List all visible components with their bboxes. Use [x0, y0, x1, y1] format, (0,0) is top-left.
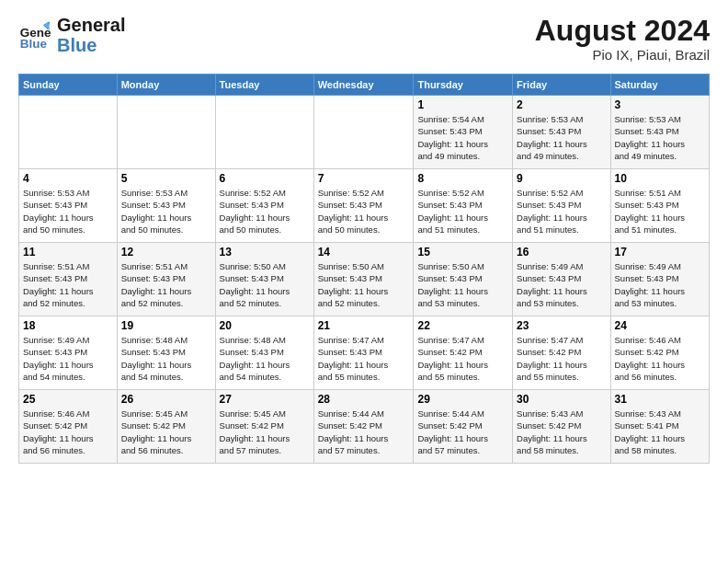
day-number: 18 — [23, 319, 113, 332]
day-info: Sunrise: 5:47 AM Sunset: 5:43 PM Dayligh… — [318, 334, 410, 383]
day-info: Sunrise: 5:52 AM Sunset: 5:43 PM Dayligh… — [318, 187, 410, 236]
calendar-cell: 24Sunrise: 5:46 AM Sunset: 5:42 PM Dayli… — [610, 316, 709, 390]
day-number: 20 — [220, 319, 310, 332]
weekday-header-saturday: Saturday — [610, 75, 709, 96]
day-info: Sunrise: 5:52 AM Sunset: 5:43 PM Dayligh… — [417, 187, 508, 236]
day-info: Sunrise: 5:50 AM Sunset: 5:43 PM Dayligh… — [318, 260, 410, 309]
location-subtitle: Pio IX, Piaui, Brazil — [535, 47, 710, 63]
weekday-header-sunday: Sunday — [19, 75, 118, 96]
calendar-cell: 4Sunrise: 5:53 AM Sunset: 5:43 PM Daylig… — [19, 169, 118, 243]
calendar-cell: 28Sunrise: 5:44 AM Sunset: 5:42 PM Dayli… — [313, 390, 414, 464]
calendar-cell: 31Sunrise: 5:43 AM Sunset: 5:41 PM Dayli… — [610, 390, 709, 464]
month-title: August 2024 — [535, 15, 710, 47]
calendar-cell: 6Sunrise: 5:52 AM Sunset: 5:43 PM Daylig… — [215, 169, 313, 243]
calendar-cell: 9Sunrise: 5:52 AM Sunset: 5:43 PM Daylig… — [513, 169, 610, 243]
day-info: Sunrise: 5:53 AM Sunset: 5:43 PM Dayligh… — [615, 113, 705, 162]
day-info: Sunrise: 5:44 AM Sunset: 5:42 PM Dayligh… — [318, 408, 410, 456]
day-number: 30 — [517, 393, 606, 406]
day-number: 1 — [417, 98, 508, 111]
day-number: 24 — [615, 319, 705, 332]
day-info: Sunrise: 5:47 AM Sunset: 5:42 PM Dayligh… — [417, 334, 508, 383]
calendar-cell — [19, 96, 118, 169]
day-number: 27 — [220, 393, 310, 406]
calendar-cell: 23Sunrise: 5:47 AM Sunset: 5:42 PM Dayli… — [513, 316, 610, 390]
calendar-cell: 22Sunrise: 5:47 AM Sunset: 5:42 PM Dayli… — [414, 316, 513, 390]
day-info: Sunrise: 5:51 AM Sunset: 5:43 PM Dayligh… — [615, 187, 705, 236]
day-info: Sunrise: 5:53 AM Sunset: 5:43 PM Dayligh… — [517, 113, 606, 162]
day-number: 13 — [220, 246, 310, 259]
day-info: Sunrise: 5:49 AM Sunset: 5:43 PM Dayligh… — [517, 260, 606, 309]
day-number: 16 — [517, 246, 606, 259]
day-number: 4 — [23, 172, 113, 185]
calendar-cell: 19Sunrise: 5:48 AM Sunset: 5:43 PM Dayli… — [117, 316, 215, 390]
day-number: 15 — [417, 246, 508, 259]
day-number: 9 — [517, 172, 606, 185]
day-number: 11 — [23, 246, 113, 259]
day-info: Sunrise: 5:43 AM Sunset: 5:41 PM Dayligh… — [615, 408, 705, 456]
calendar-cell: 7Sunrise: 5:52 AM Sunset: 5:43 PM Daylig… — [313, 169, 414, 243]
day-number: 6 — [220, 172, 310, 185]
day-number: 21 — [318, 319, 410, 332]
day-number: 28 — [318, 393, 410, 406]
day-number: 22 — [417, 319, 508, 332]
calendar-cell: 17Sunrise: 5:49 AM Sunset: 5:43 PM Dayli… — [610, 243, 709, 316]
day-number: 25 — [23, 393, 113, 406]
day-info: Sunrise: 5:49 AM Sunset: 5:43 PM Dayligh… — [23, 334, 113, 383]
day-info: Sunrise: 5:48 AM Sunset: 5:43 PM Dayligh… — [220, 334, 310, 383]
weekday-header-friday: Friday — [513, 75, 610, 96]
day-info: Sunrise: 5:45 AM Sunset: 5:42 PM Dayligh… — [220, 408, 310, 456]
calendar-cell: 5Sunrise: 5:53 AM Sunset: 5:43 PM Daylig… — [117, 169, 215, 243]
calendar-cell: 13Sunrise: 5:50 AM Sunset: 5:43 PM Dayli… — [215, 243, 313, 316]
calendar-cell: 2Sunrise: 5:53 AM Sunset: 5:43 PM Daylig… — [513, 96, 610, 169]
calendar-cell: 16Sunrise: 5:49 AM Sunset: 5:43 PM Dayli… — [513, 243, 610, 316]
calendar-cell: 26Sunrise: 5:45 AM Sunset: 5:42 PM Dayli… — [117, 390, 215, 464]
calendar-cell: 3Sunrise: 5:53 AM Sunset: 5:43 PM Daylig… — [610, 96, 709, 169]
day-number: 7 — [318, 172, 410, 185]
day-number: 2 — [517, 98, 606, 111]
calendar-table: SundayMondayTuesdayWednesdayThursdayFrid… — [18, 74, 710, 464]
day-number: 17 — [615, 246, 705, 259]
day-info: Sunrise: 5:51 AM Sunset: 5:43 PM Dayligh… — [121, 260, 211, 309]
day-info: Sunrise: 5:46 AM Sunset: 5:42 PM Dayligh… — [615, 334, 705, 383]
day-number: 5 — [121, 172, 211, 185]
day-info: Sunrise: 5:46 AM Sunset: 5:42 PM Dayligh… — [23, 408, 113, 456]
day-info: Sunrise: 5:49 AM Sunset: 5:43 PM Dayligh… — [615, 260, 705, 309]
day-info: Sunrise: 5:52 AM Sunset: 5:43 PM Dayligh… — [220, 187, 310, 236]
logo-text: General Blue — [57, 15, 125, 55]
calendar-cell: 25Sunrise: 5:46 AM Sunset: 5:42 PM Dayli… — [19, 390, 118, 464]
calendar-cell — [313, 96, 414, 169]
logo: General Blue General Blue — [18, 15, 125, 55]
day-number: 12 — [121, 246, 211, 259]
logo-icon: General Blue — [18, 18, 51, 52]
day-info: Sunrise: 5:44 AM Sunset: 5:42 PM Dayligh… — [417, 408, 508, 456]
calendar-cell: 15Sunrise: 5:50 AM Sunset: 5:43 PM Dayli… — [414, 243, 513, 316]
day-info: Sunrise: 5:50 AM Sunset: 5:43 PM Dayligh… — [220, 260, 310, 309]
calendar-cell: 27Sunrise: 5:45 AM Sunset: 5:42 PM Dayli… — [215, 390, 313, 464]
day-number: 14 — [318, 246, 410, 259]
day-number: 26 — [121, 393, 211, 406]
svg-text:Blue: Blue — [20, 37, 48, 51]
day-info: Sunrise: 5:43 AM Sunset: 5:42 PM Dayligh… — [517, 408, 606, 456]
day-number: 8 — [417, 172, 508, 185]
calendar-cell: 18Sunrise: 5:49 AM Sunset: 5:43 PM Dayli… — [19, 316, 118, 390]
weekday-header-thursday: Thursday — [414, 75, 513, 96]
calendar-cell — [215, 96, 313, 169]
day-info: Sunrise: 5:51 AM Sunset: 5:43 PM Dayligh… — [23, 260, 113, 309]
day-info: Sunrise: 5:53 AM Sunset: 5:43 PM Dayligh… — [121, 187, 211, 236]
title-block: August 2024 Pio IX, Piaui, Brazil — [535, 15, 710, 63]
header: General Blue General Blue August 2024 Pi… — [18, 15, 710, 63]
calendar-cell: 20Sunrise: 5:48 AM Sunset: 5:43 PM Dayli… — [215, 316, 313, 390]
day-info: Sunrise: 5:53 AM Sunset: 5:43 PM Dayligh… — [23, 187, 113, 236]
calendar-cell: 29Sunrise: 5:44 AM Sunset: 5:42 PM Dayli… — [414, 390, 513, 464]
day-info: Sunrise: 5:54 AM Sunset: 5:43 PM Dayligh… — [417, 113, 508, 162]
weekday-header-wednesday: Wednesday — [313, 75, 414, 96]
day-info: Sunrise: 5:48 AM Sunset: 5:43 PM Dayligh… — [121, 334, 211, 383]
day-info: Sunrise: 5:47 AM Sunset: 5:42 PM Dayligh… — [517, 334, 606, 383]
day-number: 19 — [121, 319, 211, 332]
day-number: 23 — [517, 319, 606, 332]
calendar-cell: 30Sunrise: 5:43 AM Sunset: 5:42 PM Dayli… — [513, 390, 610, 464]
calendar-cell: 12Sunrise: 5:51 AM Sunset: 5:43 PM Dayli… — [117, 243, 215, 316]
day-info: Sunrise: 5:50 AM Sunset: 5:43 PM Dayligh… — [417, 260, 508, 309]
day-number: 31 — [615, 393, 705, 406]
calendar-cell: 1Sunrise: 5:54 AM Sunset: 5:43 PM Daylig… — [414, 96, 513, 169]
